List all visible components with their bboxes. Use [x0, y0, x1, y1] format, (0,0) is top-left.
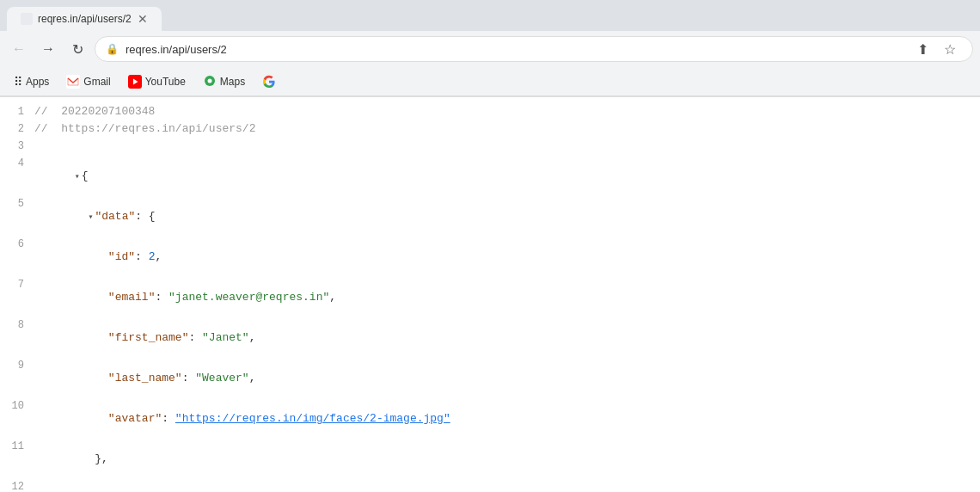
code-line-10: 10 "avatar": "https://reqres.in/img/face… — [0, 398, 980, 439]
line-content-1: // 20220207100348 — [34, 105, 980, 118]
line-content-9: "last_name": "Weaver", — [34, 359, 980, 397]
apps-label: Apps — [26, 76, 49, 88]
code-line-6: 6 "id": 2, — [0, 237, 980, 277]
line-num-4: 4 — [0, 157, 34, 169]
maps-icon — [203, 75, 217, 89]
line-content-12: ▾"support": { — [34, 480, 980, 492]
lock-icon: 🔒 — [106, 43, 119, 55]
gmail-label: Gmail — [83, 76, 110, 88]
line-content-7: "email": "janet.weaver@reqres.in", — [34, 278, 980, 317]
line-content-3 — [34, 139, 980, 152]
maps-label: Maps — [220, 76, 245, 88]
address-bar-right: ⬆ ☆ — [910, 37, 962, 61]
json-content: 1 // 20220207100348 2 // https://reqres.… — [0, 97, 980, 492]
code-line-9: 9 "last_name": "Weaver", — [0, 358, 980, 398]
share-button[interactable]: ⬆ — [910, 37, 934, 61]
bookmarks-bar: ⠿ Apps Gmail YouTube Maps — [0, 67, 980, 96]
line-num-2: 2 — [0, 123, 34, 135]
line-content-4: ▾{ — [34, 157, 980, 195]
line-num-10: 10 — [0, 400, 34, 412]
code-line-7: 7 "email": "janet.weaver@reqres.in", — [0, 277, 980, 317]
bookmark-google[interactable] — [255, 72, 283, 91]
apps-icon: ⠿ — [14, 75, 22, 89]
line-content-2: // https://reqres.in/api/users/2 — [34, 122, 980, 135]
line-num-7: 7 — [0, 279, 34, 291]
reload-button[interactable]: ↻ — [65, 37, 89, 61]
bookmark-button[interactable]: ☆ — [938, 37, 962, 61]
code-line-1: 1 // 20220207100348 — [0, 104, 980, 121]
nav-bar: ← → ↻ 🔒 ⬆ ☆ — [0, 31, 980, 67]
url-input[interactable] — [126, 43, 903, 56]
code-line-11: 11 }, — [0, 439, 980, 479]
avatar-link[interactable]: "https://reqres.in/img/faces/2-image.jpg… — [175, 412, 450, 425]
line-num-1: 1 — [0, 106, 34, 118]
tab-title: reqres.in/api/users/2 — [38, 13, 132, 25]
browser-chrome: reqres.in/api/users/2 ✕ ← → ↻ 🔒 ⬆ ☆ ⠿ Ap… — [0, 0, 980, 97]
youtube-icon — [128, 75, 142, 89]
youtube-label: YouTube — [145, 76, 186, 88]
tab-bar: reqres.in/api/users/2 ✕ — [0, 0, 980, 31]
back-button[interactable]: ← — [7, 37, 31, 61]
line-num-8: 8 — [0, 319, 34, 331]
line-num-6: 6 — [0, 238, 34, 250]
expand-arrow-5[interactable]: ▾ — [88, 212, 93, 222]
line-num-5: 5 — [0, 198, 34, 210]
active-tab[interactable]: reqres.in/api/users/2 ✕ — [7, 7, 162, 31]
bookmark-maps[interactable]: Maps — [196, 72, 252, 91]
address-bar[interactable]: 🔒 ⬆ ☆ — [95, 36, 973, 62]
line-content-5: ▾"data": { — [34, 197, 980, 236]
line-content-8: "first_name": "Janet", — [34, 318, 980, 357]
forward-button[interactable]: → — [36, 37, 60, 61]
bookmark-apps[interactable]: ⠿ Apps — [7, 72, 56, 91]
google-icon — [262, 75, 276, 89]
svg-point-4 — [207, 78, 211, 83]
line-content-11: }, — [34, 440, 980, 478]
expand-arrow-4[interactable]: ▾ — [75, 171, 80, 181]
bookmark-youtube[interactable]: YouTube — [121, 72, 193, 91]
code-line-5: 5 ▾"data": { — [0, 196, 980, 237]
svg-rect-0 — [66, 75, 80, 89]
code-line-8: 8 "first_name": "Janet", — [0, 317, 980, 358]
bookmark-gmail[interactable]: Gmail — [59, 72, 117, 91]
line-content-6: "id": 2, — [34, 237, 980, 276]
code-line-12: 12 ▾"support": { — [0, 479, 980, 492]
line-num-11: 11 — [0, 440, 34, 452]
line-content-10: "avatar": "https://reqres.in/img/faces/2… — [34, 399, 980, 438]
line-num-12: 12 — [0, 481, 34, 492]
line-num-3: 3 — [0, 140, 34, 152]
code-line-3: 3 — [0, 138, 980, 156]
tab-favicon — [21, 13, 33, 25]
line-num-9: 9 — [0, 360, 34, 372]
code-line-2: 2 // https://reqres.in/api/users/2 — [0, 121, 980, 138]
tab-close-button[interactable]: ✕ — [138, 12, 148, 26]
gmail-icon — [66, 75, 80, 89]
code-line-4: 4 ▾{ — [0, 156, 980, 196]
